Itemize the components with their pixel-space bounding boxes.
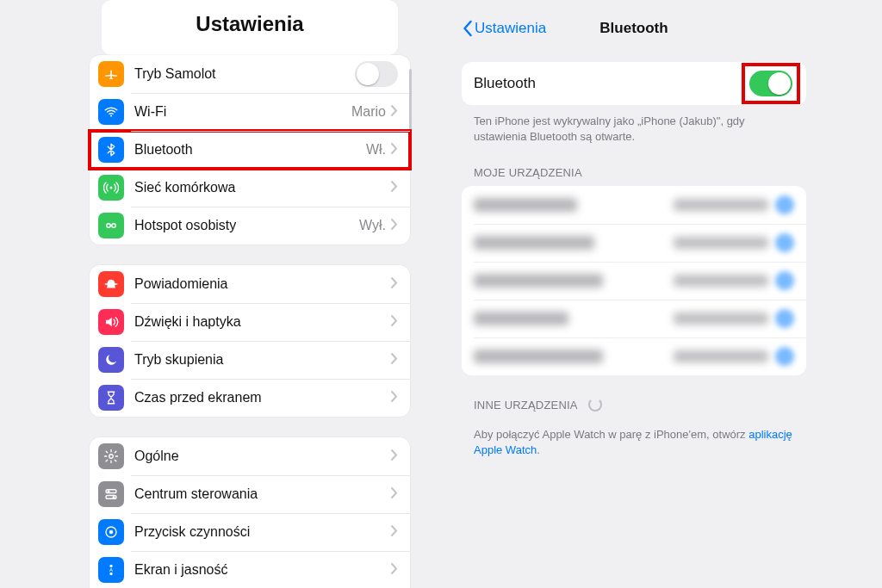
- chevron-right-icon: [391, 449, 398, 464]
- device-status-blurred: [674, 199, 768, 211]
- settings-row-airplane[interactable]: Tryb Samolot: [90, 55, 410, 93]
- moon-icon: [98, 347, 124, 373]
- settings-row-hotspot[interactable]: Hotspot osobistyWył.: [90, 207, 410, 244]
- discoverable-text: Ten iPhone jest wykrywalny jako „iPhone …: [462, 105, 806, 144]
- row-label: Wi-Fi: [134, 104, 351, 120]
- chevron-right-icon: [391, 486, 398, 502]
- settings-group: Tryb SamolotWi-FiMarioBluetoothWł.Sieć k…: [90, 55, 410, 244]
- chevron-right-icon: [391, 390, 398, 405]
- chevron-right-icon: [391, 352, 398, 368]
- other-devices-label: INNE URZĄDZENIA: [474, 399, 578, 412]
- spinner-icon: [588, 398, 602, 412]
- apple-watch-hint: Aby połączyć Apple Watch w parę z iPhone…: [462, 418, 806, 467]
- airplane-switch[interactable]: [355, 61, 398, 87]
- svg-point-5: [109, 455, 114, 459]
- settings-row-bluetooth[interactable]: BluetoothWł.: [90, 131, 410, 169]
- row-label: Hotspot osobisty: [134, 218, 359, 233]
- chevron-right-icon: [391, 314, 398, 330]
- device-row[interactable]: [462, 224, 806, 262]
- device-name-blurred: [474, 236, 594, 250]
- settings-row-action[interactable]: Przycisk czynności: [90, 513, 410, 551]
- info-icon[interactable]: [775, 309, 794, 328]
- other-devices-header: INNE URZĄDZENIA: [462, 375, 806, 418]
- row-value: Wył.: [359, 218, 386, 233]
- chevron-left-icon: [462, 20, 473, 37]
- row-label: Centrum sterowania: [134, 486, 391, 502]
- chevron-right-icon: [391, 180, 398, 195]
- hotspot-icon: [98, 213, 124, 238]
- row-label: Przycisk czynności: [134, 524, 391, 540]
- bluetooth-icon: [98, 137, 124, 163]
- info-icon[interactable]: [775, 347, 794, 366]
- gear-icon: [98, 443, 124, 469]
- device-status-blurred: [674, 275, 768, 287]
- device-name-blurred: [474, 350, 603, 363]
- wifi-icon: [98, 99, 124, 125]
- info-icon[interactable]: [775, 195, 794, 214]
- info-icon[interactable]: [775, 271, 794, 290]
- chevron-right-icon: [391, 276, 398, 292]
- row-label: Tryb Samolot: [134, 66, 355, 82]
- chevron-right-icon: [391, 562, 398, 578]
- row-label: Bluetooth: [134, 142, 366, 158]
- device-row[interactable]: [462, 186, 806, 224]
- settings-row-speaker[interactable]: Dźwięki i haptyka: [90, 303, 410, 341]
- chevron-right-icon: [391, 142, 398, 158]
- bluetooth-switch[interactable]: [749, 71, 792, 96]
- row-label: Sieć komórkowa: [134, 180, 391, 195]
- hourglass-icon: [98, 385, 124, 411]
- device-status-blurred: [674, 313, 768, 325]
- settings-row-gear[interactable]: Ogólne: [90, 437, 410, 475]
- highlight-box: [748, 69, 794, 98]
- row-label: Ekran i jasność: [134, 562, 391, 578]
- svg-rect-13: [110, 573, 113, 575]
- settings-row-moon[interactable]: Tryb skupienia: [90, 341, 410, 379]
- sun-icon: A: [98, 557, 124, 583]
- svg-point-7: [108, 490, 110, 492]
- page-title: Ustawienia: [102, 0, 398, 53]
- settings-row-bell[interactable]: Powiadomienia: [90, 265, 410, 303]
- device-row[interactable]: [462, 300, 806, 337]
- svg-point-1: [110, 187, 113, 189]
- bell-icon: [98, 271, 124, 297]
- svg-point-2: [107, 224, 111, 228]
- settings-row-cellular[interactable]: Sieć komórkowa: [90, 169, 410, 207]
- action-icon: [98, 519, 124, 545]
- speaker-icon: [98, 309, 124, 335]
- row-value: Wł.: [366, 142, 386, 158]
- chevron-right-icon: [391, 218, 398, 233]
- device-status-blurred: [674, 237, 768, 249]
- svg-point-3: [112, 224, 116, 228]
- svg-text:A: A: [109, 567, 113, 573]
- svg-point-11: [109, 530, 114, 535]
- bluetooth-toggle-row: Bluetooth: [462, 62, 806, 105]
- back-button[interactable]: Ustawienia: [462, 20, 546, 37]
- svg-point-9: [113, 496, 115, 498]
- settings-row-wifi[interactable]: Wi-FiMario: [90, 93, 410, 131]
- settings-row-sun[interactable]: AEkran i jasność: [90, 551, 410, 588]
- my-devices-header: MOJE URZĄDZENIA: [462, 144, 806, 186]
- nav-bar: Ustawienia Bluetooth: [462, 9, 806, 48]
- device-name-blurred: [474, 198, 577, 212]
- row-label: Czas przed ekranem: [134, 390, 391, 405]
- info-icon[interactable]: [775, 233, 794, 252]
- row-label: Powiadomienia: [134, 276, 391, 292]
- airplane-icon: [98, 61, 124, 87]
- device-status-blurred: [674, 350, 768, 362]
- row-label: Ogólne: [134, 449, 391, 464]
- chevron-right-icon: [391, 524, 398, 540]
- bluetooth-toggle-label: Bluetooth: [474, 75, 748, 92]
- settings-group: OgólneCentrum sterowaniaPrzycisk czynnoś…: [90, 437, 410, 588]
- device-row[interactable]: [462, 262, 806, 300]
- settings-row-toggles[interactable]: Centrum sterowania: [90, 475, 410, 513]
- watch-text-2: .: [537, 443, 540, 456]
- settings-row-hourglass[interactable]: Czas przed ekranem: [90, 379, 410, 417]
- cellular-icon: [98, 175, 124, 201]
- device-row[interactable]: [462, 337, 806, 375]
- row-label: Dźwięki i haptyka: [134, 314, 391, 330]
- device-list: [462, 186, 806, 375]
- screen-title: Bluetooth: [599, 20, 668, 37]
- device-name-blurred: [474, 274, 603, 288]
- svg-rect-4: [105, 283, 118, 285]
- row-value: Mario: [351, 104, 386, 120]
